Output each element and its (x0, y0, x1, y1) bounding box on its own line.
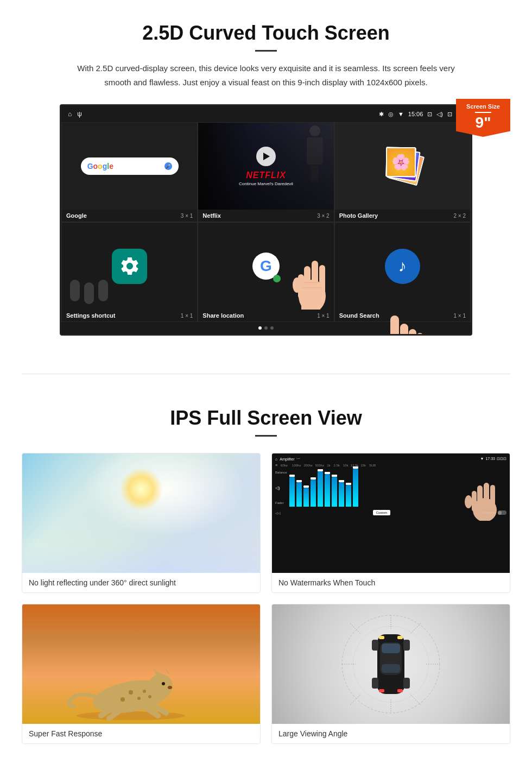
dot-1 (258, 326, 262, 330)
badge-label: Screen Size (461, 103, 505, 110)
eq-bar-6[interactable] (325, 474, 330, 507)
svg-rect-13 (409, 329, 416, 336)
settings-app-size: 1 × 1 (181, 313, 193, 319)
ips-section: IPS Full Screen View No light reflecting… (0, 396, 532, 757)
cheetah-image-card: Super Fast Response (22, 604, 261, 744)
amp-status-bar: ⌂ Amplifier ⋯ ▼ 17:33 ⊡⊡⊡ (275, 457, 506, 461)
svg-point-33 (121, 697, 125, 702)
custom-button[interactable]: Custom (373, 510, 391, 515)
eq-bar-5[interactable] (318, 471, 323, 507)
amp-status-left: ⌂ Amplifier ⋯ (275, 457, 300, 461)
location-icon: ◎ (388, 111, 394, 118)
share-location-app-cell[interactable]: G (198, 222, 334, 322)
apps-area: Google 🎤 Google 3 × 1 (61, 122, 471, 334)
svg-point-23 (465, 495, 472, 508)
sky-background (22, 453, 260, 573)
svg-rect-3 (319, 265, 325, 295)
netflix-app-preview: NETFLIX Continue Marvel's Daredevil (198, 123, 333, 210)
car-angle-svg (337, 610, 445, 718)
svg-rect-53 (397, 689, 403, 692)
google-bg: Google 🎤 (62, 123, 197, 210)
svg-rect-12 (400, 324, 408, 336)
gallery-label-row: Photo Gallery 2 × 2 (335, 210, 470, 222)
google-logo: Google (87, 162, 113, 171)
google-app-cell[interactable]: Google 🎤 Google 3 × 1 (61, 122, 198, 222)
share-app-size: 1 × 1 (317, 313, 330, 319)
play-triangle-icon (263, 153, 270, 160)
maps-icon: G (252, 253, 280, 280)
amp-home-icon: ⌂ (275, 457, 277, 461)
photo-flower: 🌸 (386, 147, 416, 177)
sound-app-size: 1 × 1 (453, 313, 466, 319)
svg-point-30 (168, 686, 172, 689)
music-icon-wrap: ♪ (385, 249, 420, 284)
amp-time: 17:33 (485, 457, 495, 461)
netflix-app-cell[interactable]: NETFLIX Continue Marvel's Daredevil Netf… (198, 122, 334, 222)
settings-app-cell[interactable]: Settings shortcut 1 × 1 (61, 222, 198, 322)
cheetah-image (22, 604, 260, 724)
gallery-app-preview: 🌸 (335, 123, 470, 210)
svg-rect-44 (382, 644, 400, 653)
eq-bar-2[interactable] (296, 482, 302, 507)
svg-rect-50 (379, 636, 384, 639)
hand-reaching-container (290, 244, 334, 310)
svg-point-24 (77, 711, 185, 720)
haze-overlay (22, 546, 260, 573)
dot-2 (264, 326, 268, 330)
home-icon: ⌂ (68, 110, 72, 118)
car-background (272, 604, 510, 724)
eq-bar-1[interactable] (289, 477, 295, 507)
title-divider (255, 50, 277, 52)
loudness-toggle[interactable] (498, 510, 506, 515)
ips-divider (255, 435, 277, 437)
svg-rect-2 (312, 261, 318, 293)
amp-back-icon: ◁◁ (275, 511, 281, 515)
cheetah-caption: Super Fast Response (22, 724, 260, 743)
netflix-logo: NETFLIX (239, 171, 293, 180)
eq-bar-7[interactable] (332, 477, 337, 507)
time-display: 15:06 (408, 111, 423, 117)
svg-rect-11 (390, 316, 399, 336)
amplifier-background: ⌂ Amplifier ⋯ ▼ 17:33 ⊡⊡⊡ ≡ (272, 453, 510, 573)
svg-point-10 (378, 335, 411, 336)
gallery-bg: 🌸 (335, 123, 470, 210)
svg-marker-28 (165, 668, 170, 674)
svg-point-5 (293, 277, 301, 293)
netflix-subtitle: Continue Marvel's Daredevil (239, 181, 293, 186)
amp-hand-overlay (463, 477, 506, 523)
eq-bar-10[interactable] (353, 469, 358, 507)
eq-bar-9[interactable] (346, 485, 351, 507)
share-bg: G (198, 223, 333, 310)
eq-bar-3[interactable] (303, 488, 309, 507)
dot-3 (270, 326, 274, 330)
car-image (272, 604, 510, 724)
eq-bar-8[interactable] (339, 482, 344, 507)
netflix-play-button[interactable] (256, 147, 276, 166)
netflix-label-row: Netflix 3 × 2 (198, 210, 333, 222)
amplifier-image: ⌂ Amplifier ⋯ ▼ 17:33 ⊡⊡⊡ ≡ (272, 453, 510, 573)
share-app-name: Share location (202, 312, 244, 319)
svg-point-29 (162, 682, 165, 685)
svg-rect-19 (477, 485, 483, 511)
status-bar-right: ✱ ◎ ▼ 15:06 ⊡ ◁) ⊡ ⬜ (379, 111, 464, 118)
svg-rect-45 (382, 664, 400, 673)
photo-stack: 🌸 (381, 144, 424, 188)
curved-screen-section: 2.5D Curved Touch Screen With 2.5D curve… (0, 0, 532, 352)
amp-menu-icon: ⋯ (296, 457, 300, 461)
eq-bar-4[interactable] (311, 480, 316, 507)
amp-title: Amplifier (280, 457, 294, 461)
usb-icon: ψ (77, 110, 82, 118)
hand-reaching-icon (290, 244, 334, 310)
gallery-app-size: 2 × 2 (453, 213, 466, 219)
svg-rect-14 (416, 333, 423, 336)
google-search-bar[interactable]: Google 🎤 (81, 157, 179, 175)
eq-main: Balance ◁) Fader (275, 469, 506, 507)
svg-rect-51 (397, 636, 403, 639)
badge-size: 9" (461, 115, 505, 130)
gallery-app-cell[interactable]: 🌸 Photo Gallery 2 × 2 (334, 122, 471, 222)
gear-icon (119, 255, 141, 277)
settings-icon-wrap (112, 249, 147, 284)
cheetah-background (22, 604, 260, 724)
svg-rect-20 (484, 483, 489, 510)
amplifier-image-card: ⌂ Amplifier ⋯ ▼ 17:33 ⊡⊡⊡ ≡ (271, 453, 510, 593)
